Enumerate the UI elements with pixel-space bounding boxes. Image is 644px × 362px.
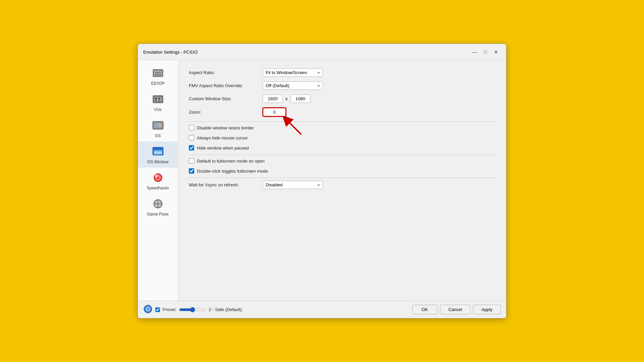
fmv-control: Off (Default) 4:3 16:9 <box>263 81 323 90</box>
hide-cursor-label: Always hide mouse cursor <box>197 135 248 140</box>
title-bar-buttons: — □ ✕ <box>470 47 501 57</box>
aspect-ratio-label: Aspect Ratio: <box>189 70 263 75</box>
gamefixes-icon <box>151 197 165 210</box>
preset-label: Preset: <box>163 307 176 312</box>
svg-rect-12 <box>155 100 157 101</box>
preset-value: 2 - Safe (Default) <box>209 307 242 312</box>
preset-area: Preset: 2 - Safe (Default) <box>143 304 408 315</box>
separator-1 <box>189 121 495 122</box>
svg-rect-3 <box>157 72 159 73</box>
vsync-control: Disabled Enabled Adaptive <box>263 181 323 189</box>
speedhacks-icon <box>151 171 165 184</box>
dbl-fullscreen-label: Double-click toggles fullscreen mode <box>197 169 268 174</box>
sidebar-label-gamefixes: Game Fixes <box>147 212 169 217</box>
fmv-row: FMV Aspect Ratio Override: Off (Default)… <box>189 81 495 90</box>
close-button[interactable]: ✕ <box>491 47 501 57</box>
bottom-buttons: OK Cancel Apply <box>412 305 501 314</box>
preset-icon <box>143 304 153 315</box>
preset-slider[interactable] <box>179 307 206 312</box>
svg-rect-4 <box>159 72 161 73</box>
sidebar: EE/IOP VUs <box>138 60 178 301</box>
svg-rect-6 <box>157 74 159 75</box>
svg-rect-7 <box>159 74 161 75</box>
resize-border-checkbox[interactable] <box>189 125 194 130</box>
zoom-area <box>263 108 286 117</box>
fmv-label: FMV Aspect Ratio Override: <box>189 83 263 88</box>
zoom-input[interactable] <box>263 108 286 117</box>
svg-rect-13 <box>158 100 160 101</box>
vus-icon <box>151 93 165 106</box>
sidebar-item-gswindow[interactable]: GS Window <box>138 141 178 168</box>
sidebar-label-vus: VUs <box>154 107 162 112</box>
aspect-ratio-row: Aspect Ratio: Fit to Window/Screen 4:3 1… <box>189 68 495 77</box>
custom-size-label: Custom Window Size: <box>189 96 263 101</box>
cancel-button[interactable]: Cancel <box>440 305 470 314</box>
window-title: Emulation Settings - PCSX2 <box>143 50 198 55</box>
checkbox-dbl-fullscreen: Double-click toggles fullscreen mode <box>189 168 495 174</box>
checkbox-resize-border: Disable window resize border <box>189 124 495 131</box>
svg-rect-22 <box>154 150 162 152</box>
minimize-button[interactable]: — <box>470 47 479 57</box>
svg-point-29 <box>157 202 159 205</box>
sidebar-item-gs[interactable]: GS <box>138 115 178 141</box>
zoom-control <box>263 108 286 117</box>
maximize-button[interactable]: □ <box>481 47 490 57</box>
fmv-select[interactable]: Off (Default) 4:3 16:9 <box>263 81 323 90</box>
svg-rect-2 <box>155 72 157 73</box>
sidebar-label-gs: GS <box>155 133 161 138</box>
custom-size-row: Custom Window Size: x <box>189 95 495 103</box>
svg-rect-5 <box>155 74 157 75</box>
eeiop-icon <box>151 66 165 80</box>
apply-button[interactable]: Apply <box>473 305 501 314</box>
width-input[interactable] <box>263 95 283 103</box>
checkbox-hide-cursor: Always hide mouse cursor <box>189 134 495 141</box>
resize-border-label: Disable window resize border <box>197 125 254 130</box>
checkbox-fullscreen-open: Default to fullscreen mode on open <box>189 158 495 164</box>
vsync-select[interactable]: Disabled Enabled Adaptive <box>263 181 323 189</box>
svg-rect-20 <box>153 148 163 149</box>
sidebar-item-speedhacks[interactable]: Speedhacks <box>138 168 178 194</box>
fullscreen-open-label: Default to fullscreen mode on open <box>197 159 265 164</box>
separator-2 <box>189 155 495 155</box>
sidebar-item-vus[interactable]: VUs <box>138 89 178 115</box>
hide-paused-checkbox[interactable] <box>189 145 194 150</box>
checkbox-hide-paused: Hide window when paused <box>189 144 495 151</box>
x-separator: x <box>285 96 288 101</box>
bottom-bar: Preset: 2 - Safe (Default) OK Cancel App… <box>138 301 506 318</box>
svg-point-17 <box>158 124 161 127</box>
height-input[interactable] <box>290 95 311 103</box>
hide-paused-label: Hide window when paused <box>197 145 249 150</box>
aspect-ratio-select[interactable]: Fit to Window/Screen 4:3 16:9 Stretch <box>263 68 323 77</box>
window-body: EE/IOP VUs <box>138 60 506 301</box>
sidebar-label-gswindow: GS Window <box>147 160 168 164</box>
title-bar: Emulation Settings - PCSX2 — □ ✕ <box>138 44 506 60</box>
zoom-label: Zoom: <box>189 110 263 115</box>
gswindow-icon <box>151 145 165 158</box>
fullscreen-open-checkbox[interactable] <box>189 158 194 164</box>
main-window: Emulation Settings - PCSX2 — □ ✕ <box>138 44 506 318</box>
separator-3 <box>189 178 495 178</box>
svg-point-37 <box>147 308 149 310</box>
vsync-label: Wait for Vsync on refresh: <box>189 182 263 187</box>
svg-rect-11 <box>158 98 160 100</box>
sidebar-label-eeiop: EE/IOP <box>151 81 164 86</box>
vsync-row: Wait for Vsync on refresh: Disabled Enab… <box>189 181 495 189</box>
ok-button[interactable]: OK <box>412 305 437 314</box>
hide-cursor-checkbox[interactable] <box>189 135 194 140</box>
aspect-ratio-control: Fit to Window/Screen 4:3 16:9 Stretch <box>263 68 323 77</box>
dbl-fullscreen-checkbox[interactable] <box>189 168 194 174</box>
size-inputs: x <box>263 95 311 103</box>
svg-point-26 <box>155 174 158 178</box>
svg-rect-10 <box>155 98 157 100</box>
preset-checkbox[interactable] <box>155 307 160 312</box>
zoom-row: Zoom: <box>189 108 495 117</box>
sidebar-label-speedhacks: Speedhacks <box>147 186 169 190</box>
svg-point-16 <box>155 124 157 126</box>
sidebar-item-eeiop[interactable]: EE/IOP <box>138 63 178 89</box>
content-area: Aspect Ratio: Fit to Window/Screen 4:3 1… <box>178 60 506 301</box>
gs-icon <box>151 119 165 132</box>
sidebar-item-gamefixes[interactable]: Game Fixes <box>138 194 178 220</box>
